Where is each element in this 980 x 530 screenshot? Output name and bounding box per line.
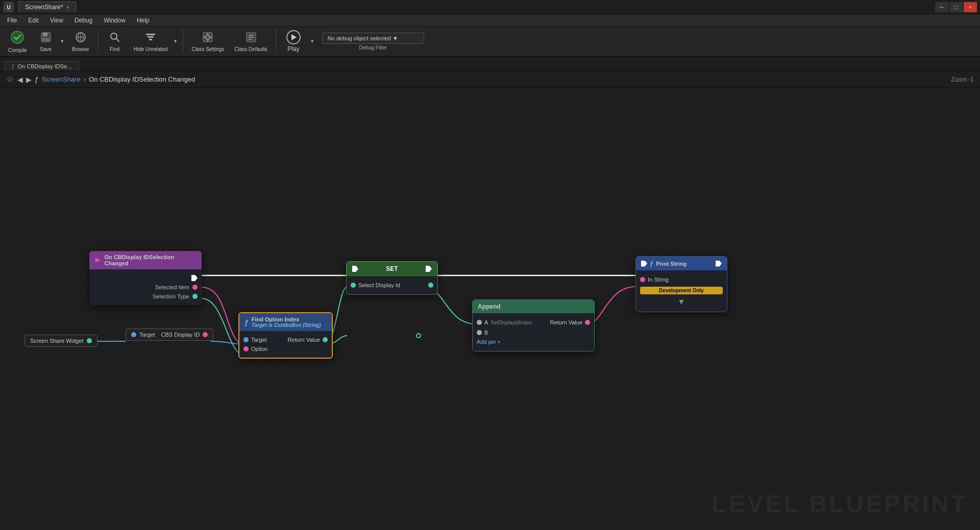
restore-button[interactable]: □ (949, 2, 963, 12)
svg-rect-5 (42, 38, 50, 42)
append-a-row: A SetDisplayIdIndex: Return Value (473, 317, 594, 327)
tab-label: ScreenShare* (25, 4, 63, 11)
find-option-body: Target Return Value Option (239, 331, 332, 358)
breadcrumb-separator: › (84, 75, 86, 83)
debug-object-dropdown[interactable]: No debug object selected ▼ (322, 33, 424, 44)
screen-share-widget-label: Screen Share Widget (30, 338, 84, 344)
menu-edit[interactable]: Edit (23, 16, 44, 25)
print-expand-chevron[interactable]: ▼ (636, 296, 727, 308)
screen-share-widget-out-pin (87, 338, 92, 343)
breadcrumb-current: On CBDisplay IDSelection Changed (89, 75, 195, 83)
main-tab[interactable]: ScreenShare* × (18, 2, 76, 12)
breadcrumb-bar: ☆ ◀ ▶ ƒ ScreenShare › On CBDisplay IDSel… (0, 71, 980, 88)
set-exec-in-pin (352, 266, 358, 272)
menu-view[interactable]: View (45, 16, 68, 25)
find-button[interactable]: Find (102, 29, 128, 54)
play-button[interactable]: Play (280, 28, 307, 55)
add-pin-label[interactable]: Add pin + (477, 339, 501, 345)
window-controls: ─ □ × (935, 2, 977, 12)
find-option-target-row: Target Return Value (239, 335, 332, 344)
find-option-return-pin (323, 337, 328, 342)
set-title: SET (361, 265, 423, 272)
tab-bar: ƒ On CBDisplay IDSe... (0, 57, 980, 71)
event-node-body: Selected Item Selection Type (89, 269, 202, 305)
add-pin-row[interactable]: Add pin + (473, 338, 594, 347)
play-dropdown[interactable]: ▼ (309, 34, 316, 48)
set-exec-out-pin (426, 266, 432, 272)
find-label: Find (110, 46, 119, 52)
save-dropdown[interactable]: ▼ (59, 34, 66, 48)
svg-marker-25 (291, 34, 297, 40)
append-node[interactable]: Append A SetDisplayIdIndex: Return Value… (472, 299, 595, 351)
browse-button[interactable]: Browse (68, 29, 93, 54)
browse-label: Browse (72, 46, 89, 52)
play-icon (286, 30, 301, 44)
find-option-option-pin (243, 346, 249, 351)
class-settings-button[interactable]: Class Settings (187, 29, 228, 54)
menu-help[interactable]: Help (132, 16, 155, 25)
set-node-header: SET (347, 262, 437, 276)
minimize-button[interactable]: ─ (935, 2, 948, 12)
back-button[interactable]: ◀ (17, 75, 23, 84)
selected-item-label: Selected Item (155, 284, 189, 290)
print-in-string-row: In String (636, 274, 727, 285)
class-defaults-button[interactable]: Class Defaults (230, 29, 271, 54)
append-node-header: Append (473, 300, 594, 313)
svg-rect-14 (149, 39, 152, 40)
svg-point-2 (11, 31, 23, 43)
svg-text:U: U (7, 5, 10, 10)
tab-close[interactable]: × (66, 5, 69, 10)
save-icon (40, 31, 52, 45)
save-button[interactable]: Save (33, 29, 59, 54)
svg-marker-32 (95, 258, 101, 263)
hide-unrelated-dropdown[interactable]: ▼ (172, 34, 179, 48)
find-icon (109, 31, 121, 45)
svg-point-30 (416, 333, 421, 338)
breadcrumb-screenshare[interactable]: ScreenShare (42, 75, 81, 83)
set-display-id-label: Select Display Id (358, 282, 400, 288)
compile-button[interactable]: Compile (4, 28, 31, 55)
menu-file[interactable]: File (2, 16, 22, 25)
menu-window[interactable]: Window (99, 16, 131, 25)
class-defaults-label: Class Defaults (234, 46, 267, 52)
toolbar: Compile Save ▼ Browse Find Hide Unrelate… (0, 27, 980, 57)
svg-rect-12 (146, 34, 155, 35)
dev-only-badge-container: Development Only (636, 285, 727, 296)
append-b-pin (477, 330, 482, 335)
forward-button[interactable]: ▶ (26, 75, 32, 84)
star-button[interactable]: ☆ (6, 74, 13, 84)
print-title: Print String (656, 261, 687, 267)
titlebar: U ScreenShare* × ─ □ × (0, 0, 980, 14)
cbs-target-in-pin (131, 332, 136, 337)
find-option-return-label: Return Value (288, 337, 320, 343)
append-return-label: Return Value (550, 319, 582, 325)
cbs-output-label: CBS Display ID (161, 332, 200, 338)
event-node-header: On CBDisplay IDSelection Changed (89, 251, 202, 269)
debug-filter-label: Debug Filter (359, 45, 387, 51)
print-string-node[interactable]: ƒ Print String In String Development Onl… (635, 256, 727, 312)
zoom-label: Zoom -1 (951, 76, 974, 83)
cbs-node-body: Target CBS Display ID (131, 332, 208, 338)
class-defaults-icon (245, 31, 257, 45)
screen-share-widget-node[interactable]: Screen Share Widget (24, 335, 97, 347)
cbs-display-id-node[interactable]: Target CBS Display ID (126, 329, 213, 341)
compile-icon (10, 30, 24, 46)
hide-unrelated-icon (144, 31, 157, 45)
event-node-title: On CBDisplay IDSelection Changed (105, 254, 197, 266)
menubar: File Edit View Debug Window Help (0, 14, 980, 27)
menu-debug[interactable]: Debug (69, 16, 97, 25)
find-option-target-in-pin (243, 337, 249, 342)
print-node-header: ƒ Print String (636, 257, 727, 270)
print-exec-out-pin (716, 261, 722, 267)
blueprint-tab[interactable]: ƒ On CBDisplay IDSe... (4, 61, 79, 71)
print-in-string-label: In String (648, 276, 669, 283)
hide-unrelated-button[interactable]: Hide Unrelated (130, 29, 172, 54)
save-label: Save (40, 46, 52, 52)
event-node[interactable]: On CBDisplay IDSelection Changed Selecte… (89, 251, 202, 305)
tab-label: On CBDisplay IDSe... (18, 63, 72, 69)
find-option-node[interactable]: ƒ Find Option Index Target is ComboBox (… (238, 312, 333, 359)
close-button[interactable]: × (964, 2, 977, 12)
set-node[interactable]: SET Select Display Id (346, 261, 438, 295)
blueprint-canvas[interactable]: On CBDisplay IDSelection Changed Selecte… (0, 88, 980, 530)
find-option-option-label: Option (251, 346, 267, 352)
